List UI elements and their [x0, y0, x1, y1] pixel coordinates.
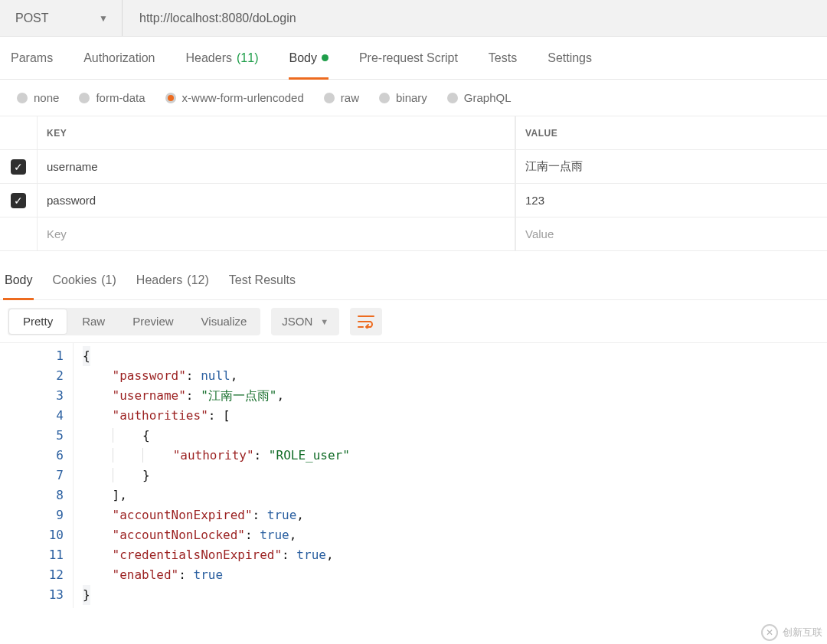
- tab-headers[interactable]: Headers (11): [186, 37, 259, 79]
- body-type-graphql-label: GraphQL: [464, 91, 512, 104]
- body-type-form-data-label: form-data: [96, 91, 145, 104]
- param-key-placeholder[interactable]: Key: [37, 217, 515, 250]
- dot-indicator-icon: [322, 54, 329, 61]
- tab-settings[interactable]: Settings: [548, 37, 592, 79]
- request-tabs: Params Authorization Headers (11) Body P…: [0, 37, 827, 80]
- radio-icon: [79, 93, 90, 103]
- tab-body-label: Body: [289, 51, 316, 65]
- view-mode-preview[interactable]: Preview: [119, 308, 187, 335]
- code-key: "username": [113, 388, 186, 403]
- response-language-select[interactable]: JSON ▼: [271, 308, 339, 335]
- tab-authorization-label: Authorization: [83, 51, 155, 65]
- radio-icon: [17, 93, 28, 103]
- body-type-binary-label: binary: [396, 91, 427, 104]
- resp-tab-headers-count: (12): [187, 273, 208, 287]
- resp-tab-headers-label: Headers: [136, 273, 182, 287]
- watermark-icon: ✕: [761, 624, 778, 641]
- response-view-row: Pretty Raw Preview Visualize JSON ▼: [0, 300, 827, 343]
- tab-params-label: Params: [11, 51, 53, 65]
- resp-tab-test-results-label: Test Results: [229, 273, 296, 287]
- tab-prerequest[interactable]: Pre-request Script: [359, 37, 458, 79]
- view-mode-raw[interactable]: Raw: [68, 308, 119, 335]
- response-tabs: Body Cookies (1) Headers (12) Test Resul…: [0, 260, 827, 300]
- table-row[interactable]: ✓ password 123: [0, 184, 827, 217]
- param-value-placeholder[interactable]: Value: [515, 217, 827, 250]
- body-type-none[interactable]: none: [17, 91, 59, 104]
- code-line-1: {: [83, 346, 90, 366]
- tab-tests-label: Tests: [489, 51, 517, 65]
- body-type-raw-label: raw: [341, 91, 359, 104]
- body-type-none-label: none: [34, 91, 59, 104]
- tab-body[interactable]: Body: [289, 37, 328, 79]
- code-content[interactable]: { "password": null, "username": "江南一点雨",…: [74, 343, 350, 608]
- resp-tab-cookies-count: (1): [101, 273, 116, 287]
- checkbox-icon[interactable]: ✓: [11, 159, 26, 175]
- param-value[interactable]: 123: [515, 184, 827, 217]
- code-key: "password": [113, 368, 186, 383]
- param-value[interactable]: 江南一点雨: [515, 150, 827, 183]
- body-type-form-data[interactable]: form-data: [79, 91, 145, 104]
- body-type-graphql[interactable]: GraphQL: [447, 91, 512, 104]
- radio-icon: [447, 93, 458, 103]
- view-mode-pretty[interactable]: Pretty: [8, 309, 67, 335]
- code-val: "ROLE_user": [269, 448, 350, 463]
- resp-tab-body[interactable]: Body: [3, 260, 34, 299]
- resp-tab-test-results[interactable]: Test Results: [227, 260, 297, 299]
- checkbox-icon[interactable]: ✓: [11, 193, 26, 208]
- body-type-binary[interactable]: binary: [379, 91, 427, 104]
- http-method-select[interactable]: POST ▼: [0, 0, 123, 36]
- body-type-raw[interactable]: raw: [324, 91, 359, 104]
- params-header-key: KEY: [37, 116, 515, 149]
- tab-headers-label: Headers: [186, 51, 232, 65]
- code-key: "accountNonLocked": [113, 528, 245, 542]
- request-url-bar: POST ▼: [0, 0, 827, 37]
- code-key: "authorities": [113, 408, 208, 423]
- http-method-label: POST: [15, 11, 49, 25]
- code-val: "江南一点雨": [201, 388, 276, 403]
- tab-headers-count: (11): [237, 51, 258, 65]
- form-params-table: KEY VALUE ✓ username 江南一点雨 ✓ password 12…: [0, 116, 827, 251]
- tab-authorization[interactable]: Authorization: [83, 37, 155, 79]
- response-language-label: JSON: [282, 315, 312, 328]
- view-mode-visualize[interactable]: Visualize: [188, 308, 261, 335]
- resp-tab-cookies[interactable]: Cookies (1): [51, 260, 117, 299]
- tab-params[interactable]: Params: [11, 37, 53, 79]
- radio-icon: [379, 93, 390, 103]
- url-input[interactable]: [123, 0, 827, 36]
- toggle-wrap-button[interactable]: [350, 308, 382, 335]
- resp-tab-cookies-label: Cookies: [52, 273, 96, 287]
- code-val: true: [296, 548, 326, 562]
- code-val: true: [260, 528, 289, 542]
- line-number-gutter: 12345678910111213: [0, 343, 74, 608]
- tab-tests[interactable]: Tests: [489, 37, 517, 79]
- watermark-label: 创新互联: [783, 626, 822, 639]
- body-type-row: none form-data x-www-form-urlencoded raw…: [0, 80, 827, 116]
- resp-tab-headers[interactable]: Headers (12): [135, 260, 211, 299]
- watermark: ✕ 创新互联: [761, 624, 822, 641]
- table-row-empty[interactable]: Key Value: [0, 217, 827, 251]
- code-key: "accountNonExpired": [113, 508, 253, 522]
- chevron-down-icon: ▼: [320, 317, 329, 326]
- code-key: "authority": [173, 448, 254, 463]
- resp-tab-body-label: Body: [5, 273, 32, 287]
- params-header-value: VALUE: [515, 116, 827, 149]
- param-key[interactable]: username: [37, 150, 515, 183]
- tab-prerequest-label: Pre-request Script: [359, 51, 458, 65]
- code-val: true: [267, 508, 297, 522]
- body-type-urlencoded-label: x-www-form-urlencoded: [182, 91, 304, 104]
- table-row[interactable]: ✓ username 江南一点雨: [0, 150, 827, 184]
- code-key: "credentialsNonExpired": [113, 548, 283, 562]
- response-body-code[interactable]: 12345678910111213 { "password": null, "u…: [0, 343, 827, 608]
- params-header-row: KEY VALUE: [0, 116, 827, 150]
- code-val: null: [201, 368, 230, 383]
- view-mode-segment: Pretty Raw Preview Visualize: [8, 308, 260, 335]
- code-val: true: [194, 567, 224, 582]
- chevron-down-icon: ▼: [99, 13, 108, 24]
- radio-icon: [165, 93, 176, 103]
- radio-icon: [324, 93, 335, 103]
- wrap-icon: [358, 315, 374, 329]
- tab-settings-label: Settings: [548, 51, 592, 65]
- param-key[interactable]: password: [37, 184, 515, 217]
- code-key: "enabled": [113, 567, 179, 582]
- body-type-urlencoded[interactable]: x-www-form-urlencoded: [165, 91, 304, 104]
